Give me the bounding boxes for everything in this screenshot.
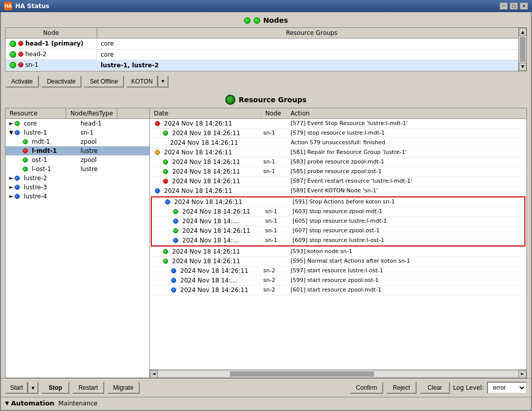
activate-button[interactable]: Activate [5, 75, 39, 88]
koton-button[interactable]: KOTON [126, 75, 157, 88]
scroll-right-arrow[interactable]: ► [518, 370, 526, 378]
automation-title[interactable]: ▼ Automation [5, 399, 54, 407]
tree-panel: Resource Node/ResType ► core head-1 ▼ [6, 108, 150, 378]
log-row-597[interactable]: 2024 Nov 18 14:26:11 sn-2 [597] start re… [150, 266, 526, 276]
log-row-589[interactable]: 2024 Nov 18 14:26:11 [589] Event KOTON N… [150, 186, 526, 196]
scrollbar-thumb[interactable] [520, 37, 525, 62]
node-dot-2b [18, 52, 23, 57]
log-row-579b[interactable]: 2024 Nov 18 14:26:11 Action 579 unsucces… [150, 138, 526, 148]
node-resources-3: lustre-1, lustre-2 [97, 60, 526, 70]
log-dot-599 [171, 278, 176, 283]
log-node-585: sn-1 [261, 168, 287, 175]
tree-row-lustre2[interactable]: ► lustre-2 [6, 174, 149, 183]
dot-core [15, 121, 20, 126]
scroll-thumb[interactable] [230, 372, 374, 377]
tree-row-mdt1[interactable]: mdt-1 zpool [6, 137, 149, 146]
log-node-587 [261, 181, 287, 182]
log-row-581[interactable]: 2024 Nov 18 14:26:11 [581] Repair for Re… [150, 148, 526, 157]
log-row-599[interactable]: 2024 Nov 18 14:… sn-2 [599] start resour… [150, 276, 526, 285]
tree-expand-lustre3[interactable]: ► [8, 184, 15, 191]
log-date-589: 2024 Nov 18 14:26:11 [150, 187, 261, 195]
log-action-599: [599] start resource zpool:ost-1 [287, 276, 526, 284]
tree-expand-lustre4[interactable]: ► [8, 193, 15, 200]
migrate-button[interactable]: Migrate [107, 382, 140, 394]
log-dot-581 [155, 150, 160, 155]
tree-col2-lost1: lustre [78, 166, 149, 173]
clear-button[interactable]: Clear [420, 382, 450, 394]
table-row[interactable]: head-1 (primary) core [6, 38, 526, 50]
log-row-605[interactable]: 2024 Nov 18 14:… sn-1 [605] stop resourc… [152, 217, 524, 226]
dot-lustre1 [15, 130, 20, 135]
log-date-text-577: 2024 Nov 18 14:26:11 [164, 120, 232, 127]
titlebar-controls[interactable]: ─ □ ✕ [500, 3, 528, 10]
log-row-607[interactable]: 2024 Nov 18 14:26:11 sn-1 [607] stop res… [152, 226, 524, 236]
log-row-585[interactable]: 2024 Nov 18 14:26:11 sn-1 [585] probe re… [150, 167, 526, 177]
log-row-609[interactable]: 2024 Nov 18 14:… sn-1 [609] stop resourc… [152, 236, 524, 245]
reject-button[interactable]: Reject [386, 382, 417, 394]
tree-row-lustre3[interactable]: ► lustre-3 [6, 183, 149, 192]
dot-mdt1 [23, 139, 28, 144]
globe-icon [225, 95, 235, 105]
confirm-button[interactable]: Confirm [350, 382, 383, 394]
node-name-1: head-1 (primary) [25, 40, 84, 47]
scrollbar-up[interactable]: ▲ [519, 28, 526, 36]
tree-expand-lustre1[interactable]: ▼ [8, 129, 15, 136]
log-row-595[interactable]: 2024 Nov 18 14:26:11 [595] Normal start … [150, 257, 526, 266]
log-col-node-header: Node [261, 108, 287, 118]
log-node-593 [261, 251, 287, 252]
log-dot-597 [171, 268, 176, 273]
stop-button[interactable]: Stop [42, 382, 69, 394]
minimize-button[interactable]: ─ [500, 3, 508, 10]
log-row-593[interactable]: 2024 Nov 18 14:26:11 [593] koton node sn… [150, 247, 526, 257]
log-row-603[interactable]: 2024 Nov 18 14:26:11 sn-1 [603] stop res… [152, 207, 524, 217]
log-date-597: 2024 Nov 18 14:26:11 [150, 267, 261, 275]
nodes-scrollbar[interactable]: ▲ ▼ [518, 28, 526, 71]
nodes-table-container: Node Resource Groups head-1 (primary) co… [5, 27, 527, 71]
log-date-text-585: 2024 Nov 18 14:26:11 [172, 168, 240, 175]
scrollbar-down[interactable]: ▼ [519, 63, 526, 71]
nodes-buttons-row: Activate Deactivate Set Offline KOTON ▼ [5, 74, 527, 91]
ha-icon: HA [4, 2, 12, 10]
tree-expand-lustre2[interactable]: ► [8, 175, 15, 182]
log-date-579: 2024 Nov 18 14:26:11 [150, 129, 261, 137]
log-date-605: 2024 Nov 18 14:… [152, 217, 263, 225]
scroll-track[interactable] [158, 372, 518, 377]
tree-row-lustre1[interactable]: ▼ lustre-1 sn-1 [6, 128, 149, 137]
table-row[interactable]: head-2 core [6, 49, 526, 60]
log-date-599: 2024 Nov 18 14:… [150, 276, 261, 284]
red-border-group: 2024 Nov 18 14:26:11 [591] Stop Actions … [151, 196, 525, 246]
log-row-577[interactable]: 2024 Nov 18 14:26:11 [577] Event Stop Re… [150, 119, 526, 129]
nodes-title: Nodes [263, 16, 288, 24]
tree-row-lustre4[interactable]: ► lustre-4 [6, 192, 149, 201]
tree-row-lmdt1[interactable]: l-mdt-1 lustre [6, 146, 149, 155]
log-row-579[interactable]: 2024 Nov 18 14:26:11 sn-1 [579] stop res… [150, 129, 526, 138]
log-h-scrollbar[interactable]: ◄ ► [150, 369, 526, 378]
tree-row-core[interactable]: ► core head-1 [6, 119, 149, 128]
set-offline-button[interactable]: Set Offline [84, 75, 124, 88]
deactivate-button[interactable]: Deactivate [41, 75, 82, 88]
log-dot-589 [155, 188, 160, 193]
log-level-select[interactable]: error debug info warning critical [487, 382, 527, 394]
log-dot-595 [163, 259, 168, 264]
table-row[interactable]: sn-1 lustre-1, lustre-2 [6, 60, 526, 70]
log-row-583[interactable]: 2024 Nov 18 14:26:11 sn-1 [583] probe re… [150, 157, 526, 167]
maximize-button[interactable]: □ [510, 3, 518, 10]
nodes-section-header: Nodes [5, 16, 527, 24]
log-node-579: sn-1 [261, 129, 287, 137]
tree-expand-lost1 [16, 166, 23, 173]
start-button[interactable]: Start [5, 382, 28, 394]
scroll-left-arrow[interactable]: ◄ [150, 370, 158, 378]
tree-expand-core[interactable]: ► [8, 120, 15, 127]
tree-row-ost1[interactable]: ost-1 zpool [6, 155, 149, 165]
tree-row-lost1[interactable]: l-ost-1 lustre [6, 165, 149, 174]
automation-label: Automation [11, 399, 55, 407]
log-row-591[interactable]: 2024 Nov 18 14:26:11 [591] Stop Actions … [152, 197, 524, 207]
restart-button[interactable]: Restart [72, 382, 104, 394]
log-row-601[interactable]: 2024 Nov 18 14:26:11 sn-2 [601] start re… [150, 285, 526, 295]
node-col-header: Node [6, 28, 97, 38]
start-dropdown-arrow[interactable]: ▼ [28, 382, 38, 394]
close-button[interactable]: ✕ [520, 3, 528, 10]
automation-section: ▼ Automation Maintenance [1, 397, 531, 410]
log-row-587[interactable]: 2024 Nov 18 14:26:11 [587] Event restart… [150, 177, 526, 186]
koton-dropdown-arrow[interactable]: ▼ [158, 75, 169, 88]
